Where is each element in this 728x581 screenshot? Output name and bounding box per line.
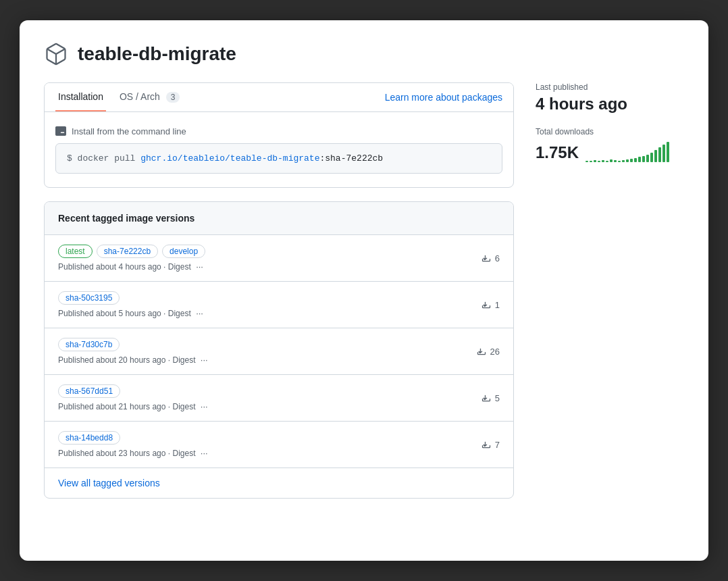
- last-published-value: 4 hours ago: [536, 95, 684, 113]
- more-button[interactable]: ···: [196, 308, 203, 318]
- download-count: 26: [490, 347, 500, 357]
- chart-bar: [630, 159, 633, 162]
- version-tags: sha-567dd51: [58, 384, 208, 398]
- tag-badge[interactable]: latest: [58, 245, 93, 258]
- tag-badge[interactable]: sha-567dd51: [58, 384, 120, 398]
- total-downloads-label: Total downloads: [536, 127, 684, 136]
- version-row-left: latestsha-7e222cbdevelopPublished about …: [58, 245, 205, 272]
- download-count: 7: [495, 440, 500, 450]
- view-all-link[interactable]: View all tagged versions: [58, 478, 160, 488]
- chart-bar: [610, 159, 613, 162]
- download-count: 1: [495, 300, 500, 310]
- total-downloads-value: 1.75K: [536, 143, 579, 162]
- chart-bar: [606, 161, 608, 162]
- version-meta: Published about 23 hours ago · Digest ··…: [58, 448, 208, 458]
- total-downloads-section: Total downloads 1.75K: [536, 127, 684, 162]
- main-layout: Installation OS / Arch 3 Learn more abou…: [44, 82, 684, 499]
- last-published-label: Last published: [536, 82, 684, 92]
- download-icon: [482, 393, 491, 403]
- version-row-right: 5: [482, 393, 500, 403]
- version-row: sha-7d30c7bPublished about 20 hours ago …: [45, 328, 513, 375]
- cmd-link: ghcr.io/teableio/teable-db-migrate: [140, 153, 319, 163]
- download-count: 5: [495, 393, 500, 403]
- chart-bar: [662, 145, 665, 162]
- downloads-chart: [586, 142, 669, 162]
- chart-bar: [646, 155, 649, 162]
- tag-badge[interactable]: sha-14bedd8: [58, 431, 120, 445]
- version-row-left: sha-567dd51Published about 21 hours ago …: [58, 384, 208, 411]
- installation-panel: Installation OS / Arch 3 Learn more abou…: [44, 82, 514, 188]
- chart-bar: [618, 161, 621, 162]
- page-title: teable-db-migrate: [78, 43, 236, 65]
- os-arch-badge: 3: [166, 92, 180, 103]
- version-tags: sha-7d30c7b: [58, 338, 208, 351]
- download-icon: [477, 347, 486, 356]
- version-row-right: 1: [482, 300, 500, 310]
- main-window: teable-db-migrate Installation OS / Arch…: [20, 20, 708, 561]
- learn-more-link[interactable]: Learn more about packages: [385, 92, 502, 103]
- version-row: sha-567dd51Published about 21 hours ago …: [45, 375, 513, 422]
- version-rows-container: latestsha-7e222cbdevelopPublished about …: [45, 235, 513, 468]
- page-header: teable-db-migrate: [44, 42, 684, 66]
- chart-bar: [614, 160, 617, 162]
- chart-bar: [594, 160, 596, 162]
- chart-bar: [634, 158, 637, 162]
- download-icon: [482, 300, 491, 309]
- more-button[interactable]: ···: [201, 355, 208, 365]
- main-content: Installation OS / Arch 3 Learn more abou…: [44, 82, 514, 499]
- install-section-label: Install from the command line: [72, 126, 186, 136]
- tabs-header: Installation OS / Arch 3 Learn more abou…: [45, 83, 513, 112]
- chart-bar: [626, 159, 629, 162]
- tab-os-arch[interactable]: OS / Arch 3: [117, 83, 183, 111]
- view-all-row: View all tagged versions: [45, 468, 513, 498]
- terminal-icon: [55, 126, 66, 136]
- cmd-suffix: :sha-7e222cb: [319, 153, 383, 163]
- chart-bar: [667, 142, 669, 162]
- cmd-prefix: $ docker pull: [67, 153, 140, 163]
- tag-badge[interactable]: sha-7d30c7b: [58, 338, 120, 351]
- version-meta: Published about 4 hours ago · Digest ···: [58, 261, 205, 272]
- version-tags: sha-50c3195: [58, 291, 203, 305]
- tag-badge[interactable]: develop: [162, 245, 205, 258]
- version-row-left: sha-14bedd8Published about 23 hours ago …: [58, 431, 208, 458]
- tag-badge[interactable]: sha-7e222cb: [97, 245, 158, 258]
- more-button[interactable]: ···: [201, 401, 208, 411]
- version-meta: Published about 5 hours ago · Digest ···: [58, 308, 203, 318]
- version-row-left: sha-50c3195Published about 5 hours ago ·…: [58, 291, 203, 318]
- tag-badge[interactable]: sha-50c3195: [58, 291, 120, 305]
- version-row: sha-50c3195Published about 5 hours ago ·…: [45, 282, 513, 328]
- versions-header: Recent tagged image versions: [45, 202, 513, 235]
- version-row: latestsha-7e222cbdevelopPublished about …: [45, 235, 513, 282]
- chart-bar: [590, 161, 592, 162]
- version-tags: latestsha-7e222cbdevelop: [58, 245, 205, 258]
- chart-bar: [658, 147, 661, 162]
- code-block: $ docker pull ghcr.io/teableio/teable-db…: [55, 143, 502, 174]
- more-button[interactable]: ···: [196, 261, 203, 272]
- version-row-right: 7: [482, 440, 500, 450]
- install-section-title: Install from the command line: [55, 126, 502, 136]
- chart-bar: [602, 160, 604, 162]
- version-row-right: 6: [482, 253, 500, 263]
- chart-bar: [622, 160, 625, 162]
- package-icon: [44, 42, 68, 66]
- version-row-left: sha-7d30c7bPublished about 20 hours ago …: [58, 338, 208, 365]
- chart-bar: [642, 156, 645, 162]
- version-tags: sha-14bedd8: [58, 431, 208, 445]
- more-button[interactable]: ···: [201, 448, 208, 458]
- version-meta: Published about 21 hours ago · Digest ··…: [58, 401, 208, 411]
- chart-bar: [598, 161, 600, 162]
- versions-panel: Recent tagged image versions latestsha-7…: [44, 201, 514, 499]
- last-published-section: Last published 4 hours ago: [536, 82, 684, 113]
- version-row-right: 26: [477, 347, 500, 357]
- chart-bar: [654, 150, 657, 162]
- tabs-nav: Installation OS / Arch 3: [55, 83, 193, 111]
- tab-content: Install from the command line $ docker p…: [45, 112, 513, 187]
- sidebar: Last published 4 hours ago Total downloa…: [536, 82, 684, 176]
- download-count: 6: [495, 253, 500, 263]
- version-row: sha-14bedd8Published about 23 hours ago …: [45, 422, 513, 468]
- download-icon: [482, 253, 491, 263]
- tab-installation[interactable]: Installation: [55, 83, 106, 111]
- chart-bar: [638, 157, 641, 162]
- version-meta: Published about 20 hours ago · Digest ··…: [58, 355, 208, 365]
- chart-bar: [650, 153, 653, 162]
